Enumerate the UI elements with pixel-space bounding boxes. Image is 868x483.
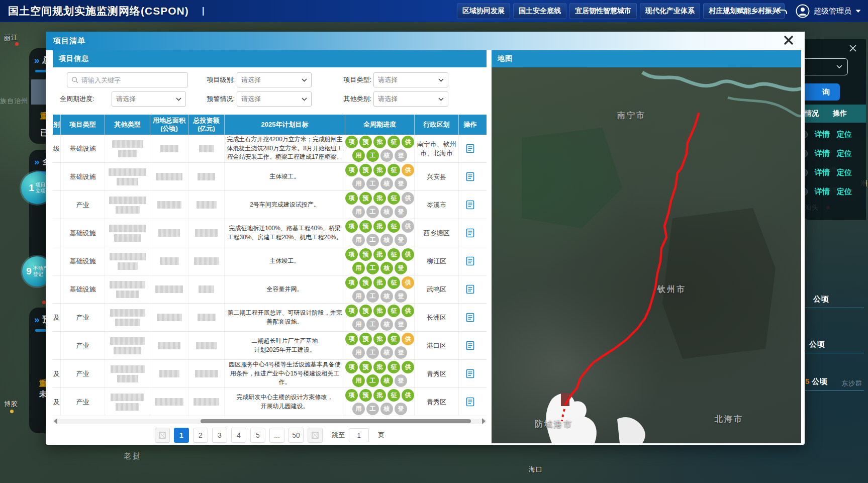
progress-badge-征: 征 — [388, 276, 400, 289]
scroll-right-arrow[interactable] — [482, 418, 486, 424]
column-header-行政区划: 行政区划 — [415, 115, 459, 135]
goal-text: 园区服务中心4号楼等生活设施基本具备使用条件，推进产业中心15号楼建设相关工作。 — [225, 360, 345, 387]
redacted-block — [116, 206, 140, 214]
query-button[interactable]: 询 — [804, 83, 840, 101]
locate-link[interactable]: 定位 — [837, 168, 852, 177]
redacted-block — [117, 178, 138, 185]
nav-button-国土安全底线[interactable]: 国土安全底线 — [513, 3, 566, 19]
document-detail-icon[interactable] — [466, 172, 474, 181]
map-label-海口: 海口 — [529, 465, 543, 474]
progress-badge-核: 核 — [380, 346, 393, 359]
progress-badges: 项预批征供用工核登 — [345, 389, 414, 415]
filter-select-other[interactable]: 请选择 — [373, 91, 448, 107]
scroll-left-arrow[interactable] — [54, 418, 57, 424]
page-button-1[interactable]: 1 — [174, 428, 189, 443]
nav-button-区域协同发展[interactable]: 区域协同发展 — [457, 3, 510, 19]
progress-badge-征: 征 — [388, 220, 400, 233]
progress-badge-预: 预 — [359, 389, 372, 402]
user-menu[interactable]: 超级管理员 — [796, 4, 861, 18]
document-detail-icon[interactable] — [466, 144, 474, 153]
document-detail-icon[interactable] — [466, 313, 474, 322]
region-text: 岑溪市 — [425, 201, 448, 210]
page-button-50[interactable]: 50 — [288, 428, 304, 443]
modal-titlebar: 项目清单 — [46, 32, 805, 50]
document-detail-icon[interactable] — [466, 369, 474, 378]
cell-project-type: 产业 — [61, 191, 105, 219]
detail-link[interactable]: 详情 — [815, 130, 830, 139]
jump-page-input[interactable] — [349, 428, 369, 442]
scrollbar-thumb[interactable] — [201, 419, 471, 423]
progress-badges: 项预批征供用工核登 — [345, 333, 414, 359]
filter-select-progress[interactable]: 请选择 — [112, 91, 186, 107]
project-info-header: 项目信息 — [53, 50, 487, 67]
progress-badge-工: 工 — [366, 374, 379, 387]
chevron-down-icon — [302, 98, 307, 101]
progress-badge-项: 项 — [345, 192, 358, 205]
nav-button-宜居韧性智慧城市[interactable]: 宜居韧性智慧城市 — [569, 3, 637, 19]
modal-close-icon[interactable] — [784, 35, 794, 47]
redacted-block — [198, 314, 216, 321]
progress-badge-用: 用 — [352, 290, 365, 303]
page-button-4[interactable]: 4 — [231, 428, 246, 443]
back-arrow-icon[interactable] — [776, 5, 789, 18]
right-panel-close-icon[interactable] — [849, 44, 857, 54]
detail-link[interactable]: 详情 — [815, 187, 830, 197]
cell-progress-badges: 项预批征供用工核登 — [345, 191, 415, 219]
page-button-5[interactable]: 5 — [250, 428, 265, 443]
detail-link[interactable]: 详情 — [815, 149, 830, 158]
redacted-block — [117, 375, 138, 382]
cell-progress-badges: 项预批征供用工核登 — [345, 304, 415, 331]
redacted-content — [105, 140, 150, 157]
locate-link[interactable]: 定位 — [837, 149, 852, 158]
cell-investment-redacted — [188, 304, 225, 331]
progress-badge-用: 用 — [352, 206, 365, 218]
cell-investment-redacted — [188, 332, 225, 359]
document-detail-icon[interactable] — [466, 228, 474, 238]
search-input[interactable] — [81, 76, 183, 84]
map-viewport[interactable]: 南宁市钦州市防城港市北海市 — [492, 67, 801, 443]
redacted-block — [111, 365, 145, 373]
cell-level — [53, 275, 61, 303]
progress-badges: 项预批征供用工核登 — [345, 276, 414, 303]
progress-badge-项: 项 — [345, 248, 358, 261]
nav-button-村庄规划赋能乡村振兴[interactable]: 村庄规划赋能乡村振兴 — [703, 3, 785, 19]
filter-select-type[interactable]: 请选择 — [373, 72, 448, 87]
nav-button-现代化产业体系[interactable]: 现代化产业体系 — [640, 3, 700, 19]
filter-select-warning[interactable]: 请选择 — [237, 91, 312, 107]
document-detail-icon[interactable] — [466, 200, 474, 210]
locate-link[interactable]: 定位 — [837, 187, 852, 197]
progress-badge-预: 预 — [359, 305, 372, 317]
page-button-3[interactable]: 3 — [212, 428, 227, 443]
filters: 项目级别: 请选择 项目类型: 请选择 全周期进度: 请选择 预警情况: 请选择… — [53, 67, 487, 113]
right-panel-region-select[interactable]: 部 — [804, 58, 848, 75]
cell-investment-redacted — [188, 247, 225, 275]
detail-link[interactable]: 详情 — [815, 168, 830, 177]
redacted-block — [114, 347, 141, 354]
column-header-其他类型: 其他类型 — [105, 115, 150, 135]
progress-badge-核: 核 — [380, 234, 393, 246]
progress-badge-登: 登 — [395, 403, 407, 415]
document-detail-icon[interactable] — [466, 397, 474, 407]
search-box[interactable] — [67, 72, 188, 87]
cell-region: 西乡塘区 — [415, 219, 459, 247]
cell-2025-goal: 全容量并网。 — [225, 275, 345, 303]
filter-select-level[interactable]: 请选择 — [237, 72, 312, 87]
page-next-button[interactable] — [308, 428, 323, 443]
document-detail-icon[interactable] — [466, 341, 474, 350]
horizontal-scrollbar[interactable] — [53, 419, 487, 424]
progress-badge-登: 登 — [395, 177, 407, 190]
redacted-block — [195, 370, 218, 377]
progress-badge-批: 批 — [373, 192, 386, 205]
progress-badge-征: 征 — [388, 164, 400, 176]
locate-link[interactable]: 定位 — [837, 130, 852, 139]
redacted-content — [105, 309, 150, 326]
page-prev-button[interactable] — [155, 428, 170, 443]
progress-badges: 项预批征供用工核登 — [345, 248, 414, 274]
coast-water — [546, 394, 596, 443]
progress-badge-用: 用 — [352, 318, 365, 331]
document-detail-icon[interactable] — [466, 256, 474, 266]
page-button-2[interactable]: 2 — [193, 428, 208, 443]
cell-level: 及 — [53, 304, 61, 331]
redacted-block — [156, 173, 182, 180]
document-detail-icon[interactable] — [466, 284, 474, 294]
